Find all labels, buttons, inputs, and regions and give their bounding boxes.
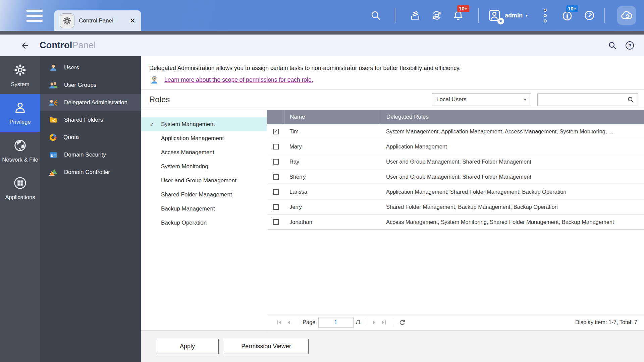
column-header-delegated-roles[interactable]: Delegated Roles <box>381 110 644 124</box>
tab-label: Control Panel <box>79 17 113 24</box>
divider <box>395 8 395 23</box>
sidebar-item-shared-folders[interactable]: Shared Folders <box>40 111 141 129</box>
row-checkbox[interactable] <box>273 159 279 165</box>
system-events-button[interactable]: 10+ <box>561 9 574 22</box>
more-options-button[interactable] <box>544 9 547 22</box>
user-avatar-icon: ★ <box>487 8 501 22</box>
page-title: ControlPanel <box>40 40 96 51</box>
search-icon[interactable] <box>627 96 634 103</box>
previous-page-icon <box>285 319 292 326</box>
first-page-button[interactable] <box>275 319 284 326</box>
next-page-icon <box>371 319 378 326</box>
header-search-button[interactable] <box>608 41 617 50</box>
sidebar-item-system[interactable]: System <box>0 56 40 94</box>
display-info: Display item: 1-7, Total: 7 <box>575 319 637 325</box>
row-checkbox[interactable] <box>273 174 279 180</box>
first-page-icon <box>276 319 283 326</box>
apply-button[interactable]: Apply <box>156 339 219 354</box>
table-row[interactable]: SherryUser and Group Management, Shared … <box>267 169 644 184</box>
row-checkbox[interactable] <box>273 204 279 210</box>
role-label: Application Management <box>161 135 224 142</box>
row-checkbox[interactable]: ✓ <box>273 129 279 134</box>
permission-viewer-button[interactable]: Permission Viewer <box>224 339 309 354</box>
role-item[interactable]: System Monitoring <box>141 160 267 174</box>
role-item[interactable]: Shared Folder Management <box>141 188 267 202</box>
user-group-icon <box>48 81 58 89</box>
column-header-name[interactable]: Name <box>284 110 381 124</box>
back-button[interactable] <box>19 41 30 51</box>
help-button[interactable]: ? <box>626 41 634 50</box>
back-arrow-icon <box>19 41 30 51</box>
role-item[interactable]: User and Group Management <box>141 174 267 188</box>
roles-list: ✓System ManagementApplication Management… <box>141 110 267 330</box>
myqnapcloud-button[interactable] <box>617 6 636 25</box>
table-row[interactable]: ✓TimSystem Management, Application Manag… <box>267 124 644 139</box>
table-row[interactable]: MaryApplication Management <box>267 139 644 154</box>
main-menu-button[interactable] <box>26 9 43 22</box>
role-label: Access Management <box>161 149 214 156</box>
row-checkbox[interactable] <box>273 144 279 149</box>
row-delegated-roles: User and Group Management, Shared Folder… <box>381 174 644 180</box>
sidebar-item-quota[interactable]: Quota <box>40 129 141 146</box>
role-label: Shared Folder Management <box>161 191 232 198</box>
role-item[interactable]: Backup Management <box>141 202 267 216</box>
search-icon <box>370 10 381 21</box>
table-row[interactable]: JerryShared Folder Management, Backup Ma… <box>267 199 644 215</box>
dropdown-value: Local Users <box>436 96 467 103</box>
table-row[interactable]: LarissaApplication Management, Shared Fo… <box>267 184 644 199</box>
header-actions: ? <box>608 41 634 50</box>
role-label: System Monitoring <box>161 163 208 170</box>
table-row[interactable]: JonathanAccess Management, System Monito… <box>267 215 644 230</box>
row-checkbox[interactable] <box>273 219 279 225</box>
checkbox-cell <box>267 174 284 180</box>
sidebar-item-delegated-administration[interactable]: Delegated Administration <box>40 94 141 111</box>
tab-control-panel[interactable]: Control Panel ✕ <box>54 10 141 31</box>
checkbox-cell: ✓ <box>267 129 284 134</box>
advisor-icon <box>149 75 159 85</box>
role-item[interactable]: Application Management <box>141 131 267 145</box>
user-type-dropdown[interactable]: Local Users ▼ <box>432 93 531 106</box>
role-label: Backup Operation <box>161 220 207 226</box>
sidebar-item-user-groups[interactable]: User Groups <box>40 76 141 94</box>
previous-page-button[interactable] <box>284 319 293 326</box>
domain-controller-icon <box>48 168 58 177</box>
role-item[interactable]: ✓System Management <box>141 117 267 131</box>
search-button[interactable] <box>369 9 382 22</box>
last-page-button[interactable] <box>379 319 388 326</box>
sync-icon <box>431 9 443 21</box>
roles-toolbar: Roles Local Users ▼ <box>141 89 644 110</box>
total-pages: /1 <box>356 319 361 325</box>
sidebar-item-domain-security[interactable]: Domain Security <box>40 146 141 164</box>
notifications-button[interactable]: 10+ <box>452 9 465 22</box>
user-menu[interactable]: ★ admin ▼ <box>487 8 528 22</box>
row-name: Mary <box>284 143 381 150</box>
sync-button[interactable] <box>430 9 443 22</box>
learn-more-link[interactable]: Learn more about the scope of permission… <box>164 76 313 83</box>
row-checkbox[interactable] <box>273 189 279 195</box>
sidebar-item-privilege[interactable]: Privilege <box>0 94 40 131</box>
role-item[interactable]: Access Management <box>141 145 267 160</box>
sidebar-item-applications[interactable]: Applications <box>0 169 40 207</box>
table-row[interactable]: RayUser and Group Management, Shared Fol… <box>267 154 644 169</box>
roles-title: Roles <box>149 95 170 104</box>
resource-monitor-button[interactable] <box>583 9 596 22</box>
close-icon[interactable]: ✕ <box>129 17 136 25</box>
hamburger-icon <box>26 9 43 12</box>
sidebar-item-users[interactable]: Users <box>40 59 141 76</box>
divider <box>365 319 365 326</box>
section-sidebar: Users User Groups Delegated Administrati… <box>40 56 141 362</box>
sidebar-item-network-file[interactable]: Network & File <box>0 132 40 169</box>
row-delegated-roles: Application Management, Shared Folder Ma… <box>381 189 644 195</box>
next-page-button[interactable] <box>370 319 379 326</box>
page-number-input[interactable] <box>318 317 354 328</box>
table-header: Name Delegated Roles <box>267 110 644 124</box>
background-tasks-button[interactable] <box>409 9 422 22</box>
search-input[interactable] <box>541 97 627 103</box>
delegated-admin-icon <box>48 98 58 107</box>
main-panel: Delegated Administration allows you to a… <box>141 56 644 362</box>
events-badge: 10+ <box>566 5 578 12</box>
role-item[interactable]: Backup Operation <box>141 216 267 230</box>
id-badge-icon <box>48 150 58 159</box>
sidebar-item-domain-controller[interactable]: Domain Controller <box>40 164 141 181</box>
refresh-button[interactable] <box>397 319 407 326</box>
